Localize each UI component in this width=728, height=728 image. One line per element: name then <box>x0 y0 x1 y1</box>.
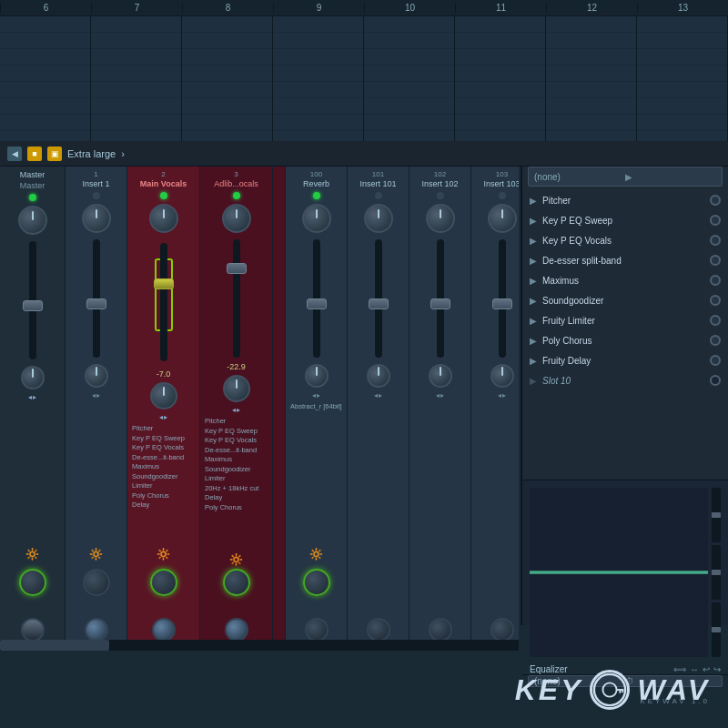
fx-led-keyp-eq-vocals[interactable] <box>710 235 721 246</box>
adlib-fx-soundgoodizer: Soundgoodizer <box>205 465 268 475</box>
scroll-thumb[interactable] <box>0 640 109 651</box>
adlib-bottom-knob[interactable] <box>223 569 250 596</box>
channel-main-vocals-arrows: ◂ ▸ <box>159 413 167 421</box>
fx-led-fruity-limiter[interactable] <box>710 315 721 326</box>
master-bottom-knob[interactable] <box>19 569 46 596</box>
fx-panel-fruity-limiter[interactable]: ▶ Fruity Limiter <box>522 310 728 330</box>
panel-fader-2[interactable] <box>712 545 721 600</box>
adlib-bottom-knob2[interactable] <box>225 618 248 642</box>
panel-fader-1[interactable] <box>712 488 721 542</box>
channel-insert103-led[interactable] <box>499 192 506 199</box>
toolbar-icon-1[interactable]: ◀ <box>7 147 22 161</box>
channel-adlib-vocals-stereo[interactable] <box>223 375 250 402</box>
channel-insert101: 101 Insert 101 ◂ ▸ <box>348 167 410 651</box>
toolbar: ◀ ■ ▣ Extra large › <box>0 141 728 167</box>
panel-fader-handle-1[interactable] <box>712 512 721 518</box>
main-vocals-bottom-knob[interactable] <box>150 569 177 596</box>
channel-insert103-handle[interactable] <box>492 298 512 309</box>
adlib-lamp-icon: 🔆 <box>228 551 246 569</box>
toolbar-size-label[interactable]: Extra large <box>67 148 116 159</box>
channel-insert103-knob[interactable] <box>488 204 517 233</box>
channel-insert102-handle[interactable] <box>430 298 450 309</box>
insert101-bottom-knob[interactable] <box>367 618 390 642</box>
fx-name-keyp-eq-vocals: Key P EQ Vocals <box>542 236 710 246</box>
toolbar-save-icon[interactable]: ■ <box>27 147 42 161</box>
insert102-bottom-knob[interactable] <box>429 618 452 642</box>
fx-item-de-esser: De-esse...it-band <box>132 453 195 463</box>
channel-master-led[interactable] <box>29 194 36 201</box>
fx-arrow-fruity-limiter: ▶ <box>530 316 537 326</box>
fx-panel-slot10[interactable]: ▶ Slot 10 <box>522 370 728 390</box>
panel-fader-handle-3[interactable] <box>712 627 721 632</box>
fx-led-poly-chorus[interactable] <box>710 335 721 346</box>
fx-led-soundgoodizer[interactable] <box>710 295 721 306</box>
channels-scrollbar[interactable] <box>0 640 519 651</box>
adlib-fx-de-esser: De-esse...it-band <box>205 446 268 456</box>
channel-main-vocals-led[interactable] <box>160 192 167 199</box>
channel-insert1-fader-track <box>93 239 100 358</box>
fx-panel-fruity-delay[interactable]: ▶ Fruity Delay <box>522 350 728 370</box>
channel-reverb-fader-handle[interactable] <box>307 298 327 309</box>
fx-led-fruity-delay[interactable] <box>710 355 721 366</box>
fx-panel-keyp-eq-vocals[interactable]: ▶ Key P EQ Vocals <box>522 230 728 250</box>
fx-panel-pitcher[interactable]: ▶ Pitcher <box>522 190 728 210</box>
channel-main-vocals-knob[interactable] <box>149 204 178 233</box>
sends-none-dropdown[interactable]: (none) ▶ <box>528 167 723 187</box>
channel-insert1-knob[interactable] <box>82 204 111 233</box>
channel-adlib-vocals-knob[interactable] <box>222 204 251 233</box>
fx-panel-poly-chorus[interactable]: ▶ Poly Chorus <box>522 330 728 350</box>
fx-led-de-esser[interactable] <box>710 255 721 266</box>
channel-insert1-fader-handle[interactable] <box>86 298 106 309</box>
channel-adlib-vocals-led[interactable] <box>233 192 240 199</box>
channel-reverb-knob[interactable] <box>302 204 331 233</box>
master-bottom-knob2[interactable] <box>21 618 45 642</box>
channel-main-vocals-stereo[interactable] <box>150 382 177 410</box>
channel-main-vocals-num: 2 <box>161 170 165 178</box>
channel-adlib-vocals-fader-handle[interactable] <box>227 263 247 274</box>
channel-main-vocals-fx-list: Pitcher Key P EQ Sweep Key P EQ Vocals D… <box>129 422 197 512</box>
fx-led-maximus[interactable] <box>710 275 721 286</box>
channel-insert102-stereo[interactable] <box>429 364 452 388</box>
reverb-lamp-icon: 🔆 <box>308 545 326 563</box>
channel-insert102-led[interactable] <box>437 192 444 199</box>
reverb-bottom-knob[interactable] <box>303 569 330 596</box>
fx-led-keyp-eq-sweep[interactable] <box>710 215 721 226</box>
channel-reverb-led[interactable] <box>313 192 320 199</box>
channel-master-knob[interactable] <box>18 206 47 235</box>
insert1-bottom-knob[interactable] <box>83 569 110 596</box>
insert1-bottom-knob2[interactable] <box>85 618 108 642</box>
channel-insert102-knob[interactable] <box>426 204 455 233</box>
channel-insert101-knob[interactable] <box>364 204 393 233</box>
channel-insert103-stereo[interactable] <box>490 364 514 388</box>
panel-fader-handle-2[interactable] <box>712 570 721 575</box>
fx-panel-de-esser[interactable]: ▶ De-esser split-band <box>522 250 728 270</box>
panel-fader-3[interactable] <box>712 602 721 657</box>
channel-insert101-handle[interactable] <box>369 298 389 309</box>
channel-master-fader-handle[interactable] <box>23 300 43 311</box>
channel-insert1-stereo[interactable] <box>85 364 108 388</box>
channel-insert1-led[interactable] <box>93 192 100 199</box>
arrow-left-101: ◂ <box>374 391 378 399</box>
channel-insert103-arrows: ◂ ▸ <box>498 391 506 399</box>
mixer-panel: ◀ Mixer – Main Vocals – □ × (none) ▶ ▶ P… <box>521 141 728 625</box>
insert103-bottom-knob[interactable] <box>490 618 514 642</box>
fx-name-keyp-eq-sweep: Key P EQ Sweep <box>542 216 710 226</box>
channel-insert101-stereo[interactable] <box>367 364 390 388</box>
eq-ctrl-icon4[interactable]: ↪ <box>713 664 721 674</box>
toolbar-folder-icon[interactable]: ▣ <box>47 147 62 161</box>
fx-item-maximus: Maximus <box>132 462 195 472</box>
sends-dropdown-arrow: ▶ <box>625 172 716 182</box>
fx-panel-maximus[interactable]: ▶ Maximus <box>522 270 728 290</box>
fx-led-slot10[interactable] <box>710 375 721 386</box>
ruler-mark-6: 6 <box>0 3 91 13</box>
channel-insert101-led[interactable] <box>375 192 382 199</box>
fx-panel-keyp-eq-sweep[interactable]: ▶ Key P EQ Sweep <box>522 210 728 230</box>
channel-master-stereo-knob[interactable] <box>21 366 45 389</box>
channel-reverb-stereo[interactable] <box>305 364 329 388</box>
main-vocals-bottom-knob2[interactable] <box>152 618 176 642</box>
fx-panel-soundgoodizer[interactable]: ▶ Soundgoodizer <box>522 290 728 310</box>
channel-main-vocals-fader-handle[interactable] <box>154 278 174 289</box>
channel-insert101-fader <box>375 239 382 358</box>
fx-led-pitcher[interactable] <box>710 195 721 206</box>
reverb-bottom-knob2[interactable] <box>305 618 329 642</box>
